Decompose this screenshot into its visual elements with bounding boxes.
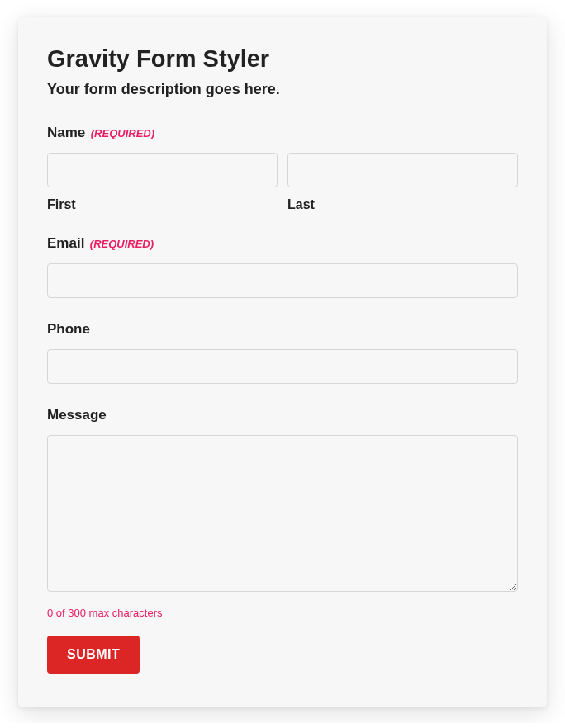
- email-required-tag: (REQUIRED): [90, 238, 154, 250]
- name-row: First Last: [47, 153, 518, 212]
- phone-label: Phone: [47, 321, 90, 338]
- phone-input[interactable]: [47, 349, 518, 384]
- name-label: Name: [47, 125, 85, 141]
- form-title: Gravity Form Styler: [47, 45, 518, 73]
- email-field-group: Email (REQUIRED): [47, 235, 518, 298]
- form-description: Your form description goes here.: [47, 81, 518, 98]
- message-field-group: Message 0 of 300 max characters: [47, 407, 518, 619]
- last-name-col: Last: [287, 153, 518, 212]
- name-required-tag: (REQUIRED): [91, 127, 154, 139]
- last-name-sublabel: Last: [287, 197, 518, 212]
- message-textarea[interactable]: [47, 435, 518, 592]
- phone-field-group: Phone: [47, 321, 518, 384]
- message-char-count: 0 of 300 max characters: [47, 607, 518, 619]
- email-label: Email: [47, 235, 84, 252]
- name-field-group: Name (REQUIRED) First Last: [47, 125, 518, 212]
- submit-button[interactable]: SUBMIT: [47, 636, 140, 674]
- last-name-input[interactable]: [287, 153, 518, 187]
- first-name-sublabel: First: [47, 197, 278, 212]
- form-card: Gravity Form Styler Your form descriptio…: [18, 17, 547, 707]
- message-label: Message: [47, 407, 107, 423]
- first-name-input[interactable]: [47, 153, 278, 187]
- email-input[interactable]: [47, 263, 518, 298]
- first-name-col: First: [47, 153, 278, 212]
